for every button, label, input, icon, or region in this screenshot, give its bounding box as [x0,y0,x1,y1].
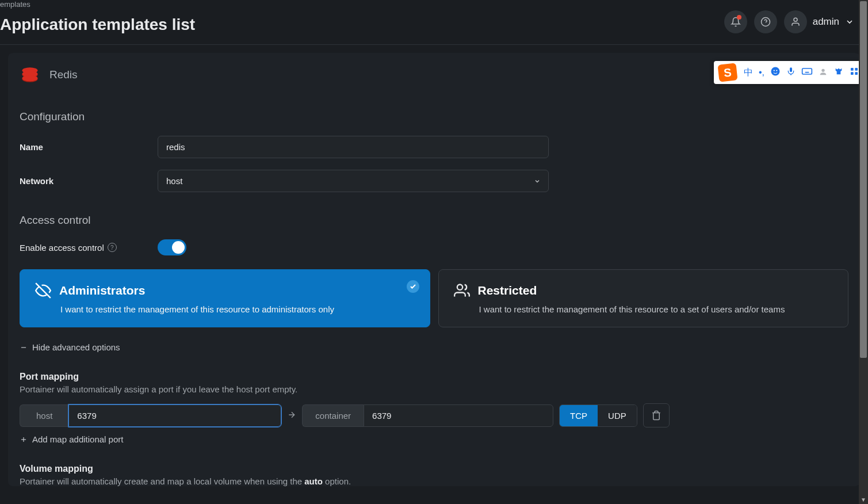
host-port-input[interactable] [68,404,281,427]
svg-point-14 [771,67,780,76]
help-icon [760,17,771,27]
add-port-mapping[interactable]: Add map additional port [20,434,123,444]
ime-skin-icon[interactable] [833,67,844,78]
protocol-udp-button[interactable]: UDP [598,405,637,426]
user-avatar [784,10,807,33]
user-name: admin [813,16,839,28]
svg-rect-19 [802,68,812,74]
template-name: Redis [49,68,78,81]
svg-point-16 [776,70,777,71]
ime-language[interactable]: 中 [744,67,753,79]
host-port-label: host [20,404,68,427]
network-label: Network [20,176,158,186]
user-menu[interactable]: admin [784,10,854,33]
name-input[interactable] [158,136,549,158]
notifications-button[interactable] [724,10,747,33]
help-icon[interactable]: ? [108,243,117,252]
scrollbar-down-arrow[interactable]: ▼ [859,495,868,504]
delete-port-button[interactable] [643,403,670,427]
ime-grid-icon[interactable] [850,67,859,78]
svg-rect-26 [851,68,854,71]
check-icon [407,280,419,293]
restricted-card-title: Restricted [478,284,537,297]
svg-rect-28 [851,72,854,75]
ime-emoji-icon[interactable] [770,66,781,79]
svg-point-7 [22,75,38,82]
svg-point-9 [457,285,462,290]
svg-rect-29 [855,72,858,75]
container-port-input[interactable] [364,404,553,427]
network-select[interactable]: host [158,170,549,192]
ime-mic-icon[interactable] [786,66,796,79]
chevron-down-icon [845,17,854,26]
user-icon [790,17,801,27]
toggle-knob [172,241,185,254]
name-label: Name [20,142,158,152]
plus-icon [20,436,28,444]
eye-off-icon [35,282,51,299]
ime-user-icon[interactable] [819,67,828,78]
ime-logo-icon: S [717,63,737,82]
admin-card-title: Administrators [59,284,145,297]
svg-point-25 [821,68,824,71]
svg-point-15 [774,70,775,71]
admin-card-desc: I want to restrict the management of thi… [60,304,415,314]
volume-mapping-desc: Portainer will automatically create and … [20,476,848,486]
svg-point-2 [794,18,797,21]
toggle-advanced-options[interactable]: Hide advanced options [20,342,120,352]
access-option-restricted[interactable]: Restricted I want to restrict the manage… [438,269,849,327]
restricted-card-desc: I want to restrict the management of thi… [479,304,833,314]
port-mapping-title: Port mapping [20,372,848,382]
port-mapping-desc: Portainer will automatically assign a po… [20,384,848,394]
enable-access-control-toggle[interactable] [158,239,186,255]
trash-icon [651,410,661,421]
configuration-section-title: Configuration [20,110,848,123]
ime-toolbar[interactable]: S 中 •, [714,61,863,84]
volume-mapping-title: Volume mapping [20,464,848,474]
arrow-right-icon [287,410,296,421]
redis-icon [20,64,40,85]
page-title: Application templates list [0,11,195,44]
protocol-tcp-button[interactable]: TCP [560,405,598,426]
users-icon [454,282,470,299]
scrollbar[interactable]: ▼ [859,0,868,504]
breadcrumb[interactable]: emplates [0,0,195,11]
ime-punct-icon[interactable]: •, [759,67,764,78]
svg-rect-17 [790,67,792,72]
enable-access-control-label: Enable access control ? [20,243,158,253]
container-port-label: container [302,404,364,427]
access-option-administrators[interactable]: Administrators I want to restrict the ma… [20,269,430,327]
scrollbar-thumb[interactable] [860,1,867,358]
notification-dot [737,15,741,20]
minus-icon [20,343,28,352]
help-button[interactable] [754,10,777,33]
svg-rect-27 [855,68,858,71]
access-control-section-title: Access control [20,214,848,227]
ime-keyboard-icon[interactable] [801,67,813,78]
